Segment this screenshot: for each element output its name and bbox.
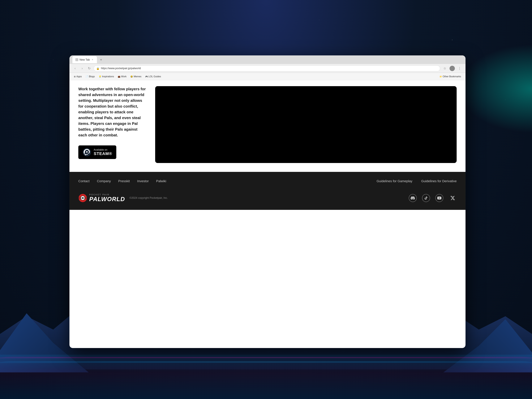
water-reflection	[0, 355, 532, 399]
footer-nav: Contact Company Presskit Investor Palwik…	[70, 172, 466, 189]
inspirations-icon: 💡	[99, 75, 101, 78]
palworld-name-text: PALWORLD	[89, 196, 125, 203]
bookmark-lol[interactable]: 🎮 LOL Guides	[144, 75, 163, 78]
bookmark-label: Apps	[76, 75, 82, 78]
cyan-glow	[458, 44, 532, 133]
browser-toolbar: ‹ › ↻ 🔒 https://www.pocketpair.jp/palwor…	[70, 64, 466, 73]
main-section: Work together with fellow players for sh…	[70, 80, 466, 172]
footer-link-guidelines-gameplay[interactable]: Guidelines for Gameplay	[377, 179, 412, 183]
steam-logo-icon	[82, 148, 91, 157]
refresh-button[interactable]: ↻	[87, 66, 92, 71]
bookmark-work[interactable]: 💼 Work	[116, 75, 128, 78]
text-column: Work together with fellow players for sh…	[78, 86, 149, 163]
pocket-pair-text: POCKET PAIR	[89, 193, 125, 196]
bookmark-apps[interactable]: ⊞ Apps	[72, 75, 83, 78]
bookmark-bar: ⊞ Apps 📄 Blogs 💡 Inspirations 💼 Work 😂 M…	[70, 73, 466, 80]
bookmark-other[interactable]: 📁 Other Bookmarks	[438, 75, 462, 78]
palworld-wordmark: POCKET PAIR PALWORLD	[89, 193, 125, 203]
bookmark-label: Other Bookmarks	[443, 75, 461, 78]
bookmark-label: LOL Guides	[149, 75, 161, 78]
lock-icon: 🔒	[96, 67, 100, 70]
new-tab-button[interactable]: +	[98, 57, 104, 63]
forward-button[interactable]: ›	[80, 66, 85, 71]
footer-link-palwiki[interactable]: Palwiki	[156, 179, 166, 183]
tab-label: New Tab	[80, 58, 90, 61]
footer-nav-left: Contact Company Presskit Investor Palwik…	[78, 179, 166, 183]
footer-link-presskit[interactable]: Presskit	[118, 179, 130, 183]
star-button[interactable]: ☆	[442, 65, 448, 71]
svg-point-1	[86, 151, 88, 153]
bookmark-memes[interactable]: 😂 Memes	[129, 75, 143, 78]
blogs-icon: 📄	[86, 75, 88, 78]
steam-store-name: STEAM®	[94, 151, 112, 156]
copyright-text: ©2024 copyright Pocketpair, Inc.	[129, 196, 168, 200]
lol-icon: 🎮	[145, 75, 148, 78]
youtube-icon[interactable]	[435, 194, 443, 202]
bookmark-inspirations[interactable]: 💡 Inspirations	[97, 75, 115, 78]
palworld-logo: POCKET PAIR PALWORLD	[78, 193, 125, 203]
address-bar[interactable]: 🔒 https://www.pocketpair.jp/palworld	[94, 65, 440, 71]
other-icon: 📁	[439, 75, 442, 78]
footer-link-investor[interactable]: Investor	[137, 179, 149, 183]
tab-bar: New Tab × +	[70, 55, 466, 64]
footer: Contact Company Presskit Investor Palwik…	[70, 172, 466, 210]
footer-link-contact[interactable]: Contact	[78, 179, 89, 183]
bookmark-label: Memes	[133, 75, 141, 78]
bookmark-label: Blogs	[89, 75, 95, 78]
bookmark-label: Work	[121, 75, 127, 78]
apps-icon: ⊞	[74, 75, 76, 78]
work-icon: 💼	[118, 75, 120, 78]
back-button[interactable]: ‹	[72, 66, 78, 71]
bookmark-blogs[interactable]: 📄 Blogs	[84, 75, 96, 78]
bookmark-label: Inspirations	[102, 75, 114, 78]
steam-button[interactable]: Available on STEAM®	[78, 146, 116, 159]
discord-icon[interactable]	[409, 194, 417, 202]
footer-link-company[interactable]: Company	[97, 179, 111, 183]
tiktok-icon[interactable]	[422, 194, 430, 202]
menu-button[interactable]: ⋮	[457, 65, 462, 71]
x-twitter-icon[interactable]	[449, 194, 457, 202]
memes-icon: 😂	[130, 75, 133, 78]
page-content: Work together with fellow players for sh…	[70, 80, 466, 210]
tab-close-button[interactable]: ×	[91, 58, 94, 61]
steam-text-group: Available on STEAM®	[94, 148, 112, 156]
footer-brand-left: POCKET PAIR PALWORLD ©2024 copyright Poc…	[78, 193, 168, 203]
browser-window: New Tab × + ‹ › ↻ 🔒 https://www.pocketpa…	[70, 55, 466, 348]
profile-button[interactable]	[450, 66, 455, 71]
video-column	[155, 86, 457, 163]
footer-brand: POCKET PAIR PALWORLD ©2024 copyright Poc…	[70, 189, 466, 210]
social-icons	[409, 194, 457, 202]
footer-nav-right: Guidelines for Gameplay Guidelines for D…	[377, 179, 457, 183]
steam-available-text: Available on	[94, 148, 112, 151]
pocket-pair-icon	[78, 194, 87, 203]
video-player[interactable]	[155, 86, 457, 163]
url-text: https://www.pocketpair.jp/palworld	[101, 67, 141, 70]
footer-link-guidelines-derivative[interactable]: Guidelines for Derivative	[421, 179, 457, 183]
tab-favicon	[75, 58, 78, 61]
description-text: Work together with fellow players for sh…	[78, 86, 146, 138]
active-tab[interactable]: New Tab ×	[72, 56, 97, 63]
